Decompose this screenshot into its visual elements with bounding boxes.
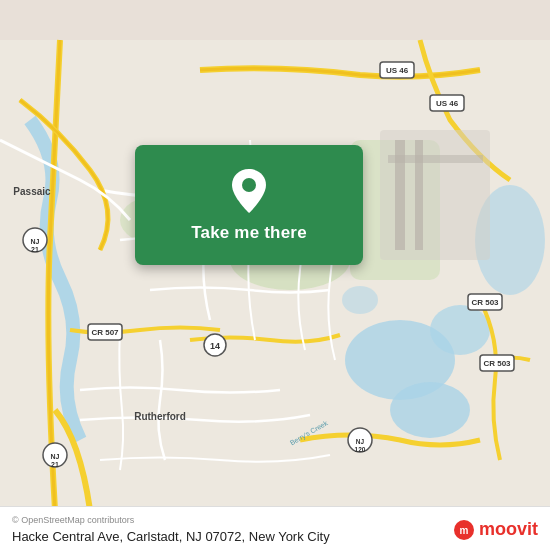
take-me-there-card[interactable]: Take me there — [135, 145, 363, 265]
svg-text:m: m — [460, 525, 469, 536]
moovit-logo: m moovit — [453, 519, 538, 541]
svg-text:NJ: NJ — [356, 438, 365, 445]
take-me-there-label: Take me there — [191, 223, 307, 243]
svg-text:21: 21 — [31, 246, 39, 253]
svg-text:NJ: NJ — [31, 238, 40, 245]
svg-text:Rutherford: Rutherford — [134, 411, 186, 422]
moovit-text: moovit — [479, 519, 538, 540]
bottom-bar: © OpenStreetMap contributors Hacke Centr… — [0, 506, 550, 550]
svg-text:NJ: NJ — [51, 453, 60, 460]
address-text: Hacke Central Ave, Carlstadt, NJ 07072, … — [12, 529, 330, 544]
svg-point-37 — [242, 178, 256, 192]
svg-text:CR 503: CR 503 — [471, 298, 499, 307]
moovit-brand-icon: m — [453, 519, 475, 541]
svg-rect-12 — [388, 155, 483, 163]
svg-text:14: 14 — [210, 341, 220, 351]
osm-credit: © OpenStreetMap contributors — [12, 515, 330, 525]
svg-text:CR 507: CR 507 — [91, 328, 119, 337]
svg-text:CR 503: CR 503 — [483, 359, 511, 368]
svg-text:Passaic: Passaic — [13, 186, 51, 197]
svg-point-3 — [390, 382, 470, 438]
map-container: NJ 21 US 46 US 46 CR 507 14 NJ 120 CR 50… — [0, 0, 550, 550]
location-pin-icon — [229, 167, 269, 215]
svg-text:US 46: US 46 — [386, 66, 409, 75]
svg-point-5 — [342, 286, 378, 314]
svg-point-2 — [430, 305, 490, 355]
bottom-left-info: © OpenStreetMap contributors Hacke Centr… — [12, 515, 330, 544]
svg-text:120: 120 — [355, 446, 366, 453]
svg-text:21: 21 — [51, 461, 59, 468]
map-background: NJ 21 US 46 US 46 CR 507 14 NJ 120 CR 50… — [0, 0, 550, 550]
svg-text:US 46: US 46 — [436, 99, 459, 108]
